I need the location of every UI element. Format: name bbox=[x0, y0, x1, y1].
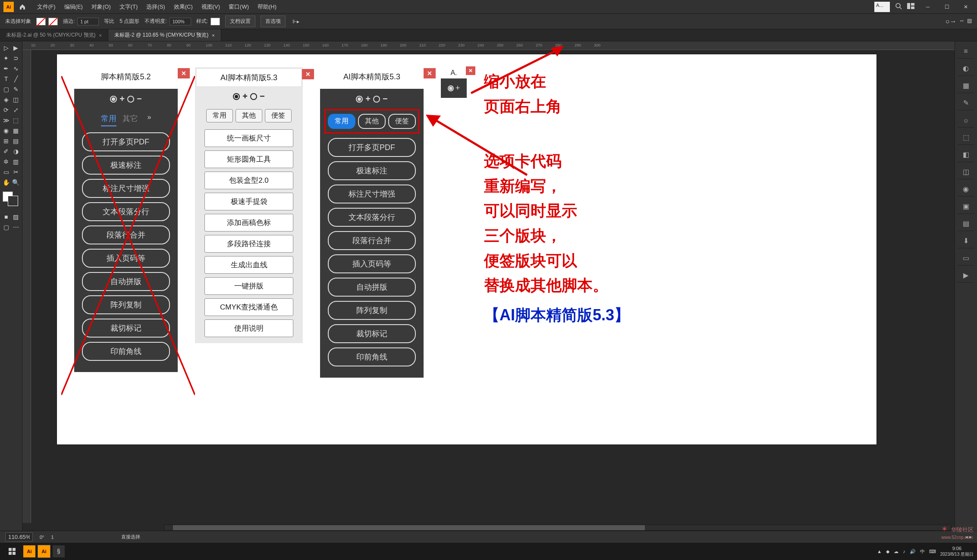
document-setup-button[interactable]: 文档设置 bbox=[225, 16, 255, 27]
eraser-tool[interactable]: ◫ bbox=[12, 95, 21, 104]
shape-builder-tool[interactable]: ◉ bbox=[2, 126, 11, 135]
stroke-swatch[interactable] bbox=[48, 18, 58, 25]
curvature-tool[interactable]: ∿ bbox=[12, 64, 21, 73]
search-icon[interactable] bbox=[895, 3, 902, 11]
menu-object[interactable]: 对象(O) bbox=[87, 1, 115, 13]
radio-off-icon[interactable] bbox=[250, 93, 257, 100]
scale-tool[interactable]: ⤢ bbox=[12, 105, 21, 115]
style-swatch[interactable] bbox=[210, 18, 220, 25]
stroke-panel-icon[interactable]: ⬚ bbox=[958, 130, 974, 145]
transparency-panel-icon[interactable]: ◫ bbox=[958, 165, 974, 179]
menu-type[interactable]: 文字(T) bbox=[115, 1, 142, 13]
script-button[interactable]: 阵列复制 bbox=[82, 295, 170, 314]
slice-tool[interactable]: ✂ bbox=[12, 167, 21, 177]
menu-effect[interactable]: 效果(C) bbox=[170, 1, 197, 13]
script-button[interactable]: 裁切标记 bbox=[328, 324, 416, 343]
color-panel-icon[interactable]: ◐ bbox=[958, 61, 974, 76]
script-button[interactable]: 极速标注 bbox=[328, 161, 416, 180]
symbol-sprayer-tool[interactable]: ✲ bbox=[2, 157, 11, 166]
minus-icon[interactable]: − bbox=[260, 91, 265, 101]
script-button[interactable]: 自动拼版 bbox=[82, 272, 170, 291]
play-icon[interactable]: ▶ bbox=[958, 268, 974, 283]
script-button[interactable]: 统一画板尺寸 bbox=[204, 129, 293, 147]
chevron-right-icon[interactable]: » bbox=[144, 113, 151, 126]
zoom-tool[interactable]: 🔍 bbox=[12, 178, 21, 187]
layers-panel-icon[interactable]: ▤ bbox=[958, 216, 974, 231]
close-button[interactable]: ✕ bbox=[302, 69, 314, 79]
script-button[interactable]: 标注尺寸增强 bbox=[82, 179, 170, 198]
script-button[interactable]: 插入页码等 bbox=[82, 249, 170, 268]
panel-toggle-icon[interactable]: ▫▫ bbox=[960, 18, 964, 25]
rectangle-tool[interactable]: ▢ bbox=[2, 84, 11, 94]
close-icon[interactable]: × bbox=[99, 33, 102, 38]
taskbar-clock[interactable]: 9:06 2023/8/13 星期日 bbox=[940, 546, 974, 557]
tray-volume-icon[interactable]: 🔊 bbox=[910, 549, 916, 554]
preferences-button[interactable]: 首选项 bbox=[261, 16, 286, 27]
menu-view[interactable]: 视图(V) bbox=[197, 1, 224, 13]
close-icon[interactable]: × bbox=[212, 33, 214, 38]
gradient-mode-icon[interactable]: ▨ bbox=[12, 212, 21, 222]
home-icon[interactable] bbox=[17, 2, 28, 12]
script-button[interactable]: 文本段落分行 bbox=[328, 208, 416, 227]
script-button[interactable]: 段落行合并 bbox=[328, 231, 416, 250]
uniform-label[interactable]: 等比 bbox=[104, 18, 114, 25]
script-button[interactable]: 极速标注 bbox=[82, 156, 170, 175]
rotate-tool[interactable]: ⟳ bbox=[2, 105, 11, 115]
script-button[interactable]: 插入页码等 bbox=[328, 254, 416, 273]
artboards-panel-icon[interactable]: ▭ bbox=[958, 251, 974, 266]
minimize-button[interactable]: ─ bbox=[920, 2, 936, 12]
script-button[interactable]: 标注尺寸增强 bbox=[328, 185, 416, 203]
gradient-tool[interactable]: ▤ bbox=[12, 136, 21, 146]
type-tool[interactable]: T bbox=[2, 74, 11, 84]
script-button[interactable]: CMYK查找潘通色 bbox=[204, 298, 293, 316]
tray-icon[interactable]: ♪ bbox=[903, 549, 905, 554]
script-button[interactable]: 裁切标记 bbox=[82, 319, 170, 338]
fill-swatch[interactable] bbox=[36, 18, 46, 25]
tab-other[interactable]: 其他 bbox=[236, 109, 262, 122]
horizontal-scrollbar[interactable] bbox=[164, 525, 951, 531]
swatches-panel-icon[interactable]: ▦ bbox=[958, 78, 974, 93]
radio-on-icon[interactable] bbox=[233, 93, 240, 100]
script-button[interactable]: 印前角线 bbox=[328, 347, 416, 366]
direct-selection-tool[interactable]: ▶ bbox=[12, 43, 21, 53]
plus-icon[interactable]: + bbox=[456, 84, 460, 93]
workspace-switcher-icon[interactable] bbox=[907, 3, 915, 10]
script-button[interactable]: 阵列复制 bbox=[328, 301, 416, 320]
radio-off-icon[interactable] bbox=[127, 96, 134, 103]
mesh-tool[interactable]: ⊞ bbox=[2, 136, 11, 146]
screen-mode-icon[interactable]: ▢ bbox=[2, 222, 11, 232]
shaper-tool[interactable]: ◈ bbox=[2, 95, 11, 104]
close-button[interactable]: ✕ bbox=[466, 66, 475, 75]
eyedropper-tool[interactable]: ✐ bbox=[2, 147, 11, 156]
script-button[interactable]: 多段路径连接 bbox=[204, 235, 293, 253]
line-tool[interactable]: ╱ bbox=[12, 74, 21, 84]
script-button[interactable]: 极速手提袋 bbox=[204, 193, 293, 210]
tab-other[interactable]: 其它 bbox=[123, 113, 138, 126]
tab-notes[interactable]: 便签 bbox=[388, 114, 416, 129]
menu-select[interactable]: 选择(S) bbox=[142, 1, 169, 13]
script-button[interactable]: 文本段落分行 bbox=[82, 202, 170, 221]
close-button[interactable]: ✕ bbox=[424, 68, 436, 78]
script-button[interactable]: 印前角线 bbox=[82, 342, 170, 361]
script-button[interactable]: 打开多页PDF bbox=[82, 132, 170, 151]
top-search-box[interactable]: A... bbox=[874, 2, 890, 12]
paintbrush-tool[interactable]: ✎ bbox=[12, 84, 21, 94]
radio-off-icon[interactable] bbox=[373, 96, 380, 103]
hand-tool[interactable]: ✋ bbox=[2, 178, 11, 187]
align-icon[interactable]: ⊩▸ bbox=[292, 19, 299, 25]
blend-tool[interactable]: ◑ bbox=[12, 147, 21, 156]
plus-icon[interactable]: + bbox=[119, 94, 125, 104]
edit-toolbar-icon[interactable]: ⋯ bbox=[12, 222, 21, 232]
menu-help[interactable]: 帮助(H) bbox=[253, 1, 281, 13]
script-button[interactable]: 包装盒型2.0 bbox=[204, 172, 293, 189]
taskbar-illustrator-icon[interactable]: Ai bbox=[23, 545, 35, 557]
pen-tool[interactable]: ✒ bbox=[2, 64, 11, 73]
doc-tab-1[interactable]: 未标题-2.ai @ 50 % (CMYK/CPU 预览) × bbox=[0, 29, 108, 41]
asset-export-panel-icon[interactable]: ⬇ bbox=[958, 234, 974, 248]
symbols-panel-icon[interactable]: ☼ bbox=[958, 113, 974, 128]
radio-on-icon[interactable] bbox=[356, 96, 363, 103]
panel-collapse-icon[interactable]: ▤ bbox=[967, 18, 972, 25]
minus-icon[interactable]: − bbox=[137, 94, 142, 104]
graph-tool[interactable]: ▥ bbox=[12, 157, 21, 166]
script-button[interactable]: 添加画稿色标 bbox=[204, 214, 293, 232]
